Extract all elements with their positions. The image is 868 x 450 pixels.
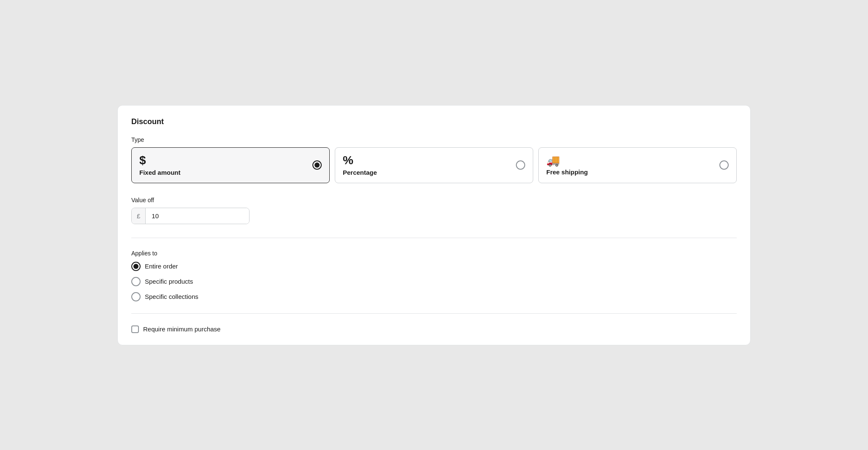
type-options-group: $ Fixed amount % Percentage 🚚 Free shipp…: [131, 147, 737, 183]
truck-icon: 🚚: [546, 155, 560, 166]
applies-to-radio-group: Entire order Specific products Specific …: [131, 262, 737, 301]
applies-to-section: Applies to Entire order Specific product…: [131, 250, 737, 301]
percentage-label: Percentage: [343, 169, 377, 176]
percentage-radio[interactable]: [516, 160, 525, 170]
specific-products-radio[interactable]: [131, 277, 141, 286]
value-input[interactable]: [146, 208, 249, 224]
specific-collections-label: Specific collections: [145, 293, 198, 300]
entire-order-radio-dot: [133, 264, 138, 269]
value-input-wrapper: £: [131, 208, 250, 224]
dollar-icon: $: [139, 155, 146, 166]
value-section: Value off £: [131, 197, 737, 224]
entire-order-radio[interactable]: [131, 262, 141, 271]
minimum-purchase-label: Require minimum purchase: [143, 325, 220, 333]
specific-collections-radio[interactable]: [131, 292, 141, 301]
divider-2: [131, 313, 737, 314]
specific-products-label: Specific products: [145, 278, 193, 285]
applies-entire-order[interactable]: Entire order: [131, 262, 737, 271]
currency-prefix: £: [132, 208, 146, 224]
type-option-fixed[interactable]: $ Fixed amount: [131, 147, 330, 183]
applies-specific-products[interactable]: Specific products: [131, 277, 737, 286]
applies-to-label: Applies to: [131, 250, 737, 257]
discount-card: Discount Type $ Fixed amount % Percentag…: [117, 105, 751, 345]
type-option-percentage[interactable]: % Percentage: [335, 147, 533, 183]
minimum-purchase-section[interactable]: Require minimum purchase: [131, 325, 737, 333]
free-shipping-label: Free shipping: [546, 168, 588, 176]
fixed-radio-dot: [315, 163, 320, 168]
percent-icon: %: [343, 155, 353, 166]
entire-order-label: Entire order: [145, 263, 178, 270]
free-shipping-radio[interactable]: [719, 160, 729, 170]
type-option-free-shipping[interactable]: 🚚 Free shipping: [538, 147, 737, 183]
minimum-purchase-checkbox[interactable]: [131, 325, 139, 333]
divider-1: [131, 238, 737, 238]
fixed-radio[interactable]: [312, 160, 322, 170]
type-option-left-free-shipping: 🚚 Free shipping: [546, 155, 588, 176]
type-label: Type: [131, 136, 737, 143]
type-option-left-fixed: $ Fixed amount: [139, 155, 181, 176]
value-label: Value off: [131, 197, 737, 203]
applies-specific-collections[interactable]: Specific collections: [131, 292, 737, 301]
type-option-left-percentage: % Percentage: [343, 155, 377, 176]
section-title: Discount: [131, 117, 737, 126]
fixed-amount-label: Fixed amount: [139, 169, 181, 176]
